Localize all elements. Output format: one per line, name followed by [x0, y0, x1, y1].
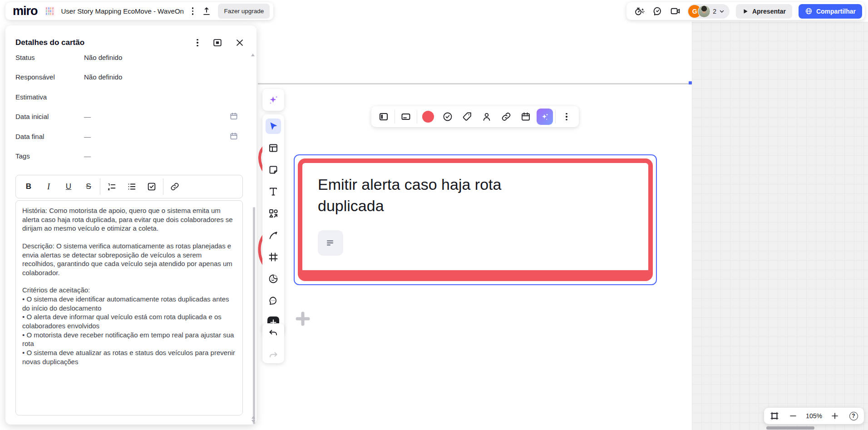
frame-handle[interactable]	[689, 81, 692, 84]
export-button[interactable]	[202, 6, 212, 16]
tag-icon	[462, 111, 473, 122]
start-date-calendar-button[interactable]	[229, 112, 238, 121]
card-title[interactable]: Emitir alerta caso haja rota duplicada	[318, 174, 554, 217]
criteria-item: • O sistema deve atualizar as rotas e st…	[22, 348, 236, 366]
check-circle-icon	[442, 111, 453, 122]
zoom-in-button[interactable]	[829, 410, 841, 422]
close-icon	[235, 38, 245, 48]
video-call-button[interactable]	[670, 5, 681, 17]
card-status-button[interactable]	[439, 108, 456, 125]
criteria-item: • O alerta deve informar qual veículo es…	[22, 312, 236, 330]
toolbar-divider	[100, 178, 100, 195]
story-card[interactable]: Emitir alerta caso haja rota duplicada	[298, 158, 653, 281]
board-options-button[interactable]	[190, 5, 196, 17]
ordered-list-button[interactable]	[102, 178, 122, 195]
panel-scrollbar[interactable]	[253, 207, 255, 424]
calendar-icon	[229, 132, 238, 141]
chat-icon	[652, 5, 663, 17]
bold-button[interactable]: B	[19, 178, 39, 195]
card-color-button[interactable]	[419, 108, 437, 125]
frame-tool[interactable]	[266, 249, 281, 265]
more-options-button[interactable]	[558, 108, 575, 125]
redo-button[interactable]	[266, 346, 281, 361]
card-description-badge[interactable]	[318, 230, 343, 256]
pen-tool[interactable]	[266, 227, 281, 243]
text-tool[interactable]	[266, 184, 281, 199]
bullet-list-button[interactable]	[122, 178, 142, 195]
help-button[interactable]: ?	[848, 410, 859, 422]
field-row-end-date[interactable]: Data final —	[15, 131, 238, 142]
board-title[interactable]: User Story Mapping EcoMove - WaveOn	[61, 7, 184, 15]
panel-more-button[interactable]	[195, 37, 200, 49]
board-thumbnail-icon	[45, 6, 55, 16]
end-date-calendar-button[interactable]	[229, 132, 238, 141]
card-fields-button[interactable]	[397, 108, 414, 125]
share-export-icon	[202, 6, 212, 16]
field-label: Data final	[15, 133, 84, 140]
color-swatch-red	[422, 111, 434, 123]
field-row-status[interactable]: Status Não definido	[15, 52, 238, 63]
fit-to-frame-button[interactable]	[769, 410, 780, 422]
card-link-button[interactable]	[498, 108, 515, 125]
description-text-area[interactable]: História: Como motorista de apoio, quero…	[15, 200, 243, 415]
criteria-item: • O motorista deve receber notificação e…	[22, 331, 236, 348]
link-icon	[170, 182, 180, 192]
plus-icon	[831, 412, 839, 420]
collaborators-menu[interactable]: G 2	[687, 4, 730, 19]
criteria-item: • O sistema deve identificar automaticam…	[22, 295, 236, 312]
field-row-assignee[interactable]: Responsável Não definido	[15, 71, 238, 82]
field-row-estimate[interactable]: Estimativa	[15, 91, 238, 102]
shapes-tool[interactable]	[266, 206, 281, 221]
templates-tool[interactable]	[266, 140, 281, 156]
open-card-panel-button[interactable]	[375, 108, 392, 125]
field-row-start-date[interactable]: Data inicial —	[15, 111, 238, 122]
ai-assist-tool[interactable]	[266, 92, 281, 108]
templates-icon	[268, 143, 279, 153]
video-camera-icon	[670, 5, 681, 17]
sparkles-icon	[267, 94, 279, 106]
zoom-level[interactable]: 105%	[806, 412, 822, 420]
panel-scroll-arrows[interactable]	[252, 416, 255, 423]
collaboration-header: G 2 Apresentar Compartilhar	[626, 2, 865, 20]
sticky-note-tool[interactable]	[266, 162, 281, 178]
italic-button[interactable]: I	[39, 178, 59, 195]
card-dates-button[interactable]	[517, 108, 534, 125]
panel-title: Detalhes do cartão	[15, 38, 84, 47]
panel-close-button[interactable]	[235, 38, 245, 48]
undo-button[interactable]	[266, 325, 281, 341]
card-tag-button[interactable]	[459, 108, 476, 125]
zoom-out-button[interactable]	[787, 410, 799, 422]
strikethrough-button[interactable]: S	[79, 178, 99, 195]
cursor-icon	[268, 121, 279, 132]
frame-icon	[268, 252, 279, 262]
miro-logo[interactable]: miro	[13, 4, 39, 18]
present-button[interactable]: Apresentar	[736, 4, 792, 19]
underline-button[interactable]: U	[59, 178, 79, 195]
ordered-list-icon	[107, 182, 117, 192]
panel-expand-button[interactable]	[212, 38, 222, 48]
card-assignee-button[interactable]	[478, 108, 495, 125]
description-paragraph: História: Como motorista de apoio, quero…	[22, 206, 236, 233]
scroll-up-arrow[interactable]	[251, 54, 255, 56]
link-icon	[501, 111, 512, 122]
reactions-button[interactable]	[634, 5, 646, 17]
field-value: —	[84, 113, 91, 120]
insert-link-button[interactable]	[165, 178, 185, 195]
add-card-button[interactable]	[295, 311, 311, 326]
calendar-icon	[229, 112, 238, 121]
upgrade-button[interactable]: Fazer upgrade	[218, 4, 270, 19]
avatar[interactable]	[698, 5, 710, 18]
select-tool[interactable]	[266, 119, 281, 134]
share-button[interactable]: Compartilhar	[799, 4, 862, 19]
sticker-tool[interactable]	[266, 271, 281, 287]
toolbar-divider	[555, 110, 556, 124]
ai-assist-button[interactable]	[537, 109, 553, 125]
chat-button[interactable]	[652, 5, 663, 17]
shapes-icon	[268, 208, 279, 219]
sparkles-icon	[540, 112, 550, 122]
editor-toolbar: B I U S	[15, 175, 243, 198]
comment-tool[interactable]	[266, 293, 281, 308]
horizontal-scrollbar[interactable]	[766, 426, 814, 430]
field-row-tags[interactable]: Tags —	[15, 150, 238, 161]
checklist-button[interactable]	[142, 178, 162, 195]
